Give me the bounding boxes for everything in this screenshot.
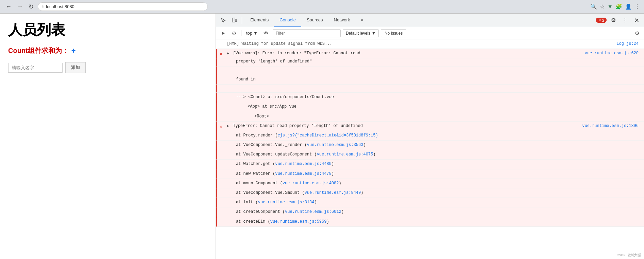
svg-rect-1	[235, 19, 237, 22]
dropdown-arrow: ▼	[253, 31, 258, 36]
error-file-ref-1[interactable]: vue.runtime.esm.js:620	[585, 50, 639, 57]
stack-6-suffix: )	[339, 181, 341, 186]
console-toolbar: ⊘ top ▼ 👁 Default levels ▼ No Issues ⚙	[216, 27, 644, 39]
eye-icon[interactable]: 👁	[262, 29, 271, 38]
inspect-icon[interactable]	[219, 16, 228, 25]
console-settings-icon[interactable]: ⚙	[632, 29, 641, 38]
device-toolbar-icon[interactable]	[230, 16, 239, 25]
stack-7-prefix: at VueComponent.Vue.$mount (	[236, 190, 305, 195]
tab-network[interactable]: Network	[328, 14, 356, 27]
stack-link-7[interactable]: vue.runtime.esm.js:8449	[305, 190, 361, 195]
console-content: [HMR] Waiting for update signal from WDS…	[216, 39, 644, 259]
error-line-2-main: ✕ ▶ TypeError: Cannot read property 'len…	[216, 122, 644, 131]
stack-line-1: at Proxy.render (cjs.js?{"cacheDirect…at…	[216, 131, 644, 141]
stack-1-prefix: at Proxy.render (	[236, 133, 277, 138]
stack-link-9[interactable]: vue.runtime.esm.js:6012	[285, 209, 341, 214]
run-script-icon[interactable]	[219, 29, 227, 38]
stack-line-10: at createElm (vue.runtime.esm.js:5959)	[216, 217, 644, 227]
browser-chrome: ← → ↻ ℹ localhost:8080 🔍 ☆ ▼ 🧩 👤 ⋮	[0, 0, 644, 14]
stack-8-prefix: at init (	[236, 200, 258, 205]
tab-more[interactable]: »	[355, 14, 369, 27]
stack-link-8[interactable]: vue.runtime.esm.js:3134	[258, 200, 315, 205]
hmr-file-ref[interactable]: log.js:24	[616, 41, 639, 47]
stack-4-prefix: at Watcher.get (	[236, 162, 275, 166]
tab-elements[interactable]: Elements	[245, 14, 274, 27]
stack-line-3: at VueComponent.updateComponent (vue.run…	[216, 150, 644, 160]
no-issues-label: No Issues	[385, 31, 403, 36]
error-message-1: [Vue warn]: Error in render: "TypeError:…	[233, 51, 360, 56]
top-dropdown[interactable]: top ▼	[244, 30, 260, 36]
stack-10-suffix: )	[326, 219, 329, 224]
stack-line-8: at init (vue.runtime.esm.js:3134)	[216, 198, 644, 207]
error-count: 2	[602, 18, 604, 22]
forward-button[interactable]: →	[16, 2, 24, 11]
reload-button[interactable]: ↻	[27, 2, 35, 11]
stack-9-prefix: at createComponent (	[236, 209, 285, 214]
levels-arrow: ▼	[372, 31, 376, 36]
error-block-2: ✕ ▶ TypeError: Cannot read property 'len…	[216, 122, 644, 227]
stack-link-5[interactable]: vue.runtime.esm.js:4478	[275, 171, 332, 176]
profile-icon[interactable]: 👤	[625, 3, 632, 10]
error-x-icon: ✕	[598, 18, 601, 22]
count-component-ref: ---> <Count> at src/components/Count.vue	[236, 95, 334, 99]
settings-icon[interactable]: ⚙	[609, 16, 618, 25]
svg-rect-0	[232, 18, 235, 22]
svg-marker-2	[222, 32, 225, 35]
error-badge[interactable]: ✕ 2	[596, 18, 607, 23]
stack-line-4: at Watcher.get (vue.runtime.esm.js:4489)	[216, 160, 644, 169]
stack-2-prefix: at VueComponent.Vue._render (	[236, 143, 307, 147]
stack-link-10[interactable]: vue.runtime.esm.js:5959	[270, 219, 327, 224]
devtools-topbar-right: ✕ 2 ⚙ ⋮ ✕	[596, 16, 641, 25]
console-line-hmr: [HMR] Waiting for update signal from WDS…	[216, 39, 644, 49]
error-line-1-main: ✕ ▶ [Vue warn]: Error in render: "TypeEr…	[216, 49, 644, 58]
stack-10-prefix: at createElm (	[236, 219, 270, 224]
default-levels-button[interactable]: Default levels ▼	[343, 29, 379, 37]
error-block-1: ✕ ▶ [Vue warn]: Error in render: "TypeEr…	[216, 49, 644, 122]
page-title: 人员列表	[8, 20, 207, 39]
name-input[interactable]	[8, 63, 63, 73]
error-line-1-cont: property 'length' of undefined"	[216, 58, 644, 67]
stack-link-1[interactable]: cjs.js?{"cacheDirect…ate&id=3f581d8f&:15…	[277, 133, 378, 138]
devtools-panel: Elements Console Sources Network » ✕ 2 ⚙…	[216, 14, 644, 259]
stack-4-suffix: )	[332, 162, 334, 166]
plus-icon[interactable]: +	[71, 47, 76, 55]
clear-console-icon[interactable]: ⊘	[230, 29, 238, 38]
error-line-1-app: <App> at src/App.vue	[216, 102, 644, 112]
stack-line-2: at VueComponent.Vue._render (vue.runtime…	[216, 141, 644, 150]
stack-link-2[interactable]: vue.runtime.esm.js:3563	[307, 143, 363, 147]
star-icon[interactable]: ☆	[600, 3, 605, 10]
back-button[interactable]: ←	[4, 2, 13, 11]
stack-link-6[interactable]: vue.runtime.esm.js:4082	[283, 181, 339, 186]
more-options-icon[interactable]: ⋮	[620, 16, 630, 25]
stack-8-suffix: )	[314, 200, 317, 205]
close-icon[interactable]: ✕	[632, 16, 641, 25]
count-label-text: Count组件求和为：	[8, 46, 69, 55]
levels-label: Default levels	[346, 31, 370, 36]
tab-console[interactable]: Console	[274, 14, 301, 27]
no-issues-button[interactable]: No Issues	[381, 29, 406, 37]
add-button[interactable]: 添加	[65, 62, 86, 73]
app-panel: 人员列表 Count组件求和为： + 添加	[0, 14, 216, 259]
stack-link-3[interactable]: vue.runtime.esm.js:4075	[317, 152, 373, 157]
root-component-ref: <Root>	[254, 114, 269, 119]
stack-5-suffix: )	[332, 171, 334, 176]
expand-triangle-1[interactable]: ▶	[227, 52, 229, 55]
ext1-icon[interactable]: ▼	[607, 4, 613, 10]
zoom-icon[interactable]: 🔍	[590, 3, 597, 10]
devtools-tabs: Elements Console Sources Network »	[245, 14, 369, 27]
stack-link-4[interactable]: vue.runtime.esm.js:4489	[275, 162, 332, 166]
menu-icon[interactable]: ⋮	[634, 3, 640, 10]
error-file-ref-2[interactable]: vue.runtime.esm.js:1896	[582, 123, 639, 129]
stack-line-5: at new Watcher (vue.runtime.esm.js:4478)	[216, 169, 644, 179]
stack-7-suffix: )	[361, 190, 363, 195]
error-message-1-cont: property 'length' of undefined"	[236, 59, 312, 64]
error-icon-2: ✕	[220, 124, 222, 131]
error-message-2: TypeError: Cannot read property 'length'…	[233, 124, 363, 128]
stack-2-suffix: )	[363, 143, 366, 147]
url-display: localhost:8080	[46, 4, 74, 9]
filter-input[interactable]	[273, 29, 341, 37]
ext2-icon[interactable]: 🧩	[615, 3, 622, 10]
expand-triangle-2[interactable]: ▶	[227, 124, 229, 128]
toolbar-separator	[241, 30, 241, 36]
tab-sources[interactable]: Sources	[301, 14, 328, 27]
